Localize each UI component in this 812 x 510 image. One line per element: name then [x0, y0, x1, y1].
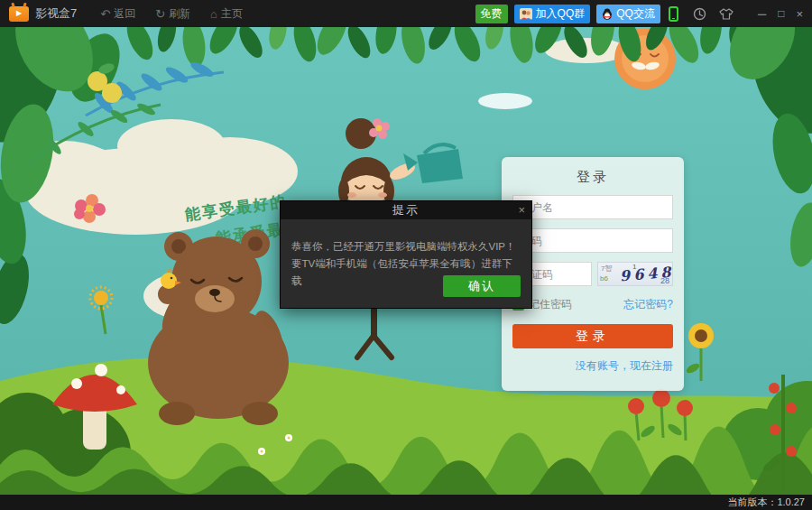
nav-back-label: 返回 — [114, 6, 135, 22]
confirm-button[interactable]: 确认 — [443, 275, 521, 297]
join-qq-group-label: 加入QQ群 — [536, 6, 586, 22]
app-window: ▶ 影视盒7 ↶ 返回 ↻ 刷新 ⌂ 主页 免费 — [0, 0, 812, 510]
skin-icon[interactable] — [719, 8, 734, 20]
join-qq-group-button[interactable]: 加入QQ群 — [514, 5, 591, 23]
close-button[interactable]: × — [796, 8, 803, 20]
clock-icon[interactable] — [693, 7, 706, 21]
statusbar: 当前版本：1.0.27 — [0, 495, 812, 510]
captcha-noise: 7智 — [601, 264, 612, 274]
app-title: 影视盒7 — [35, 5, 77, 22]
dialog-titlebar: 提示 × — [281, 201, 531, 219]
captcha-row: 7智 b6 1 9648 28 — [512, 253, 673, 286]
titlebar-nav: ↶ 返回 ↻ 刷新 ⌂ 主页 — [100, 6, 263, 22]
refresh-icon: ↻ — [155, 7, 165, 21]
main-area: 能享受最好的 能承受最 — [0, 27, 812, 495]
dialog-title: 提示 — [392, 203, 420, 217]
login-title: 登录 — [512, 169, 673, 186]
phone-icon[interactable] — [669, 6, 678, 22]
captcha-image[interactable]: 7智 b6 1 9648 28 — [597, 262, 673, 286]
dialog-body: 恭喜你，已经开通万里影视电脑端特权永久VIP！要TV端和手机端（包括安卓苹果全有… — [281, 219, 531, 308]
alert-dialog: 提示 × 恭喜你，已经开通万里影视电脑端特权永久VIP！要TV端和手机端（包括安… — [280, 200, 532, 309]
qq-penguin-icon — [602, 8, 613, 20]
home-icon: ⌂ — [210, 7, 217, 21]
login-options-row: ✓ 记住密码 忘记密码? — [512, 297, 673, 312]
nav-refresh-label: 刷新 — [169, 6, 190, 22]
captcha-noise: 28 — [660, 276, 669, 285]
play-icon: ▶ — [16, 10, 22, 17]
titlebar: ▶ 影视盒7 ↶ 返回 ↻ 刷新 ⌂ 主页 免费 — [0, 0, 812, 27]
people-icon — [520, 8, 532, 20]
login-button[interactable]: 登录 — [512, 324, 673, 348]
nav-home[interactable]: ⌂ 主页 — [210, 6, 243, 22]
dialog-close-icon[interactable]: × — [518, 201, 525, 219]
maximize-button[interactable]: □ — [778, 8, 784, 19]
qq-chat-label: QQ交流 — [616, 6, 655, 22]
version-text: 当前版本：1.0.27 — [727, 496, 805, 507]
nav-refresh[interactable]: ↻ 刷新 — [155, 6, 190, 22]
free-badge[interactable]: 免费 — [475, 5, 508, 23]
remember-label: 记住密码 — [529, 297, 572, 312]
back-icon: ↶ — [100, 7, 110, 21]
username-input[interactable] — [512, 195, 673, 219]
forgot-password-link[interactable]: 忘记密码? — [623, 297, 673, 312]
nav-back[interactable]: ↶ 返回 — [100, 6, 135, 22]
app-logo-icon: ▶ — [9, 6, 29, 22]
password-input[interactable] — [512, 228, 673, 253]
titlebar-right: 免费 加入QQ群 QQ交流 — [475, 5, 803, 23]
nav-home-label: 主页 — [221, 6, 243, 22]
qq-chat-button[interactable]: QQ交流 — [596, 5, 660, 23]
register-link[interactable]: 没有账号，现在注册 — [576, 359, 673, 372]
minimize-button[interactable]: ─ — [758, 8, 766, 20]
captcha-noise: b6 — [600, 274, 608, 283]
